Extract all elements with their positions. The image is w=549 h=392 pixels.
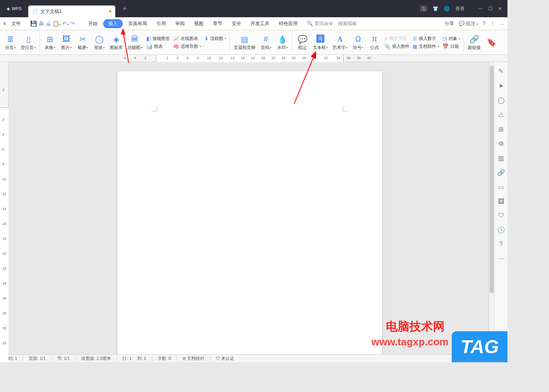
table-button[interactable]: ⊞表格▾	[42, 34, 58, 51]
tab-dev-tools[interactable]: 开发工具	[247, 19, 273, 29]
question-icon[interactable]: ?	[499, 241, 503, 248]
file-menu[interactable]: 文件	[7, 19, 25, 29]
auth-icon[interactable]: 🛡 未认证	[216, 356, 234, 361]
ruler-vertical[interactable]: 2 2 4 6 8 10 12 14 16 18 20 22 24 26 28 …	[0, 62, 9, 354]
margin-marker-tl	[151, 106, 157, 111]
cursor-icon[interactable]: ➤	[498, 82, 504, 89]
status-words[interactable]: 字数: 0	[158, 356, 171, 361]
tab-page-layout[interactable]: 页面布局	[124, 19, 151, 29]
bookmark-button[interactable]: 🔖	[484, 37, 499, 48]
date-button[interactable]: 📅日期	[441, 43, 462, 50]
status-section[interactable]: 节: 1/1	[57, 356, 70, 361]
tab-view[interactable]: 视图	[190, 19, 207, 29]
history-icon[interactable]: 🕓	[497, 226, 505, 234]
grid-icon[interactable]: ⊞	[498, 125, 504, 133]
tab-special[interactable]: 特色应用	[275, 19, 302, 29]
hyperlink-button[interactable]: 🔗超链接	[466, 34, 483, 51]
tab-chapter[interactable]: 章节	[209, 19, 226, 29]
canvas[interactable]	[9, 62, 489, 354]
undo-icon[interactable]: ↶▾	[62, 20, 69, 27]
page-break-button[interactable]: ≣分页▾	[2, 34, 18, 51]
link-icon[interactable]: 🔗	[497, 169, 505, 176]
statusbar: 页码: 1 页面: 1/1 节: 1/1 设置值: 2.5厘米 行: 1 列: …	[0, 354, 507, 362]
search-placeholder[interactable]: 查找命令、搜索模板	[314, 20, 357, 27]
object-button[interactable]: ◳对象▾	[441, 35, 462, 42]
more-dots-icon[interactable]: ⋯	[498, 255, 504, 262]
equation-button[interactable]: π公式	[367, 34, 382, 51]
new-tab-button[interactable]: +	[119, 3, 130, 14]
user-name[interactable]: 香香	[455, 5, 465, 12]
search-icon[interactable]: 🔍	[307, 21, 313, 26]
blank-page-button[interactable]: ▯空白页▾	[19, 34, 38, 51]
comment-button[interactable]: 💬批注	[294, 34, 310, 51]
share-button[interactable]: 分享	[445, 20, 454, 27]
chart-button[interactable]: 📊图表	[145, 43, 171, 50]
online-chart-button[interactable]: 📈在线图表	[172, 35, 202, 42]
redo-icon[interactable]: ↷	[70, 20, 75, 27]
doc-icon: 📄	[32, 9, 38, 14]
ruler-horizontal[interactable]: 6 4 2 2 4 6 8 10 12 14 16 18 20 22 24 26…	[0, 55, 507, 62]
function-chart-button[interactable]: 🏛功能图▾	[125, 34, 144, 51]
layers-icon[interactable]: ▥	[498, 154, 504, 162]
print-icon[interactable]: 🖨	[45, 20, 51, 27]
close-icon[interactable]: ✕	[498, 6, 502, 11]
word-art-button[interactable]: 𝐀艺术字▾	[331, 34, 349, 51]
proof-icon[interactable]: ⊘ 文档校对	[182, 356, 204, 361]
notif-badge[interactable]: 1	[420, 5, 427, 12]
skin-icon[interactable]: 👕	[433, 6, 438, 11]
paste-icon[interactable]: 📋▾	[53, 20, 61, 27]
save-icon[interactable]: 💾	[30, 20, 37, 27]
picture-button[interactable]: 🖼图片▾	[58, 34, 74, 51]
scrollbar-thumb[interactable]	[490, 66, 494, 293]
tab-security[interactable]: 安全	[228, 19, 245, 29]
header-footer-button[interactable]: ▤页眉和页脚	[232, 34, 257, 51]
watermark-title: 电脑技术网	[386, 319, 445, 335]
scrollbar-vertical[interactable]	[489, 62, 494, 354]
warning-icon[interactable]: ⚠	[498, 111, 504, 118]
card-icon[interactable]: ▭	[498, 183, 504, 191]
margin-marker-tr	[343, 106, 348, 111]
document-tab[interactable]: 📄 文字文稿1	[28, 5, 115, 17]
flow-chart-button[interactable]: ⬇流程图▾	[203, 35, 227, 42]
minimize-icon[interactable]: —	[478, 6, 483, 11]
symbol-button[interactable]: Ω符号▾	[350, 34, 366, 51]
shield-icon[interactable]: 🛡	[498, 212, 504, 219]
icon-lib-button[interactable]: ◈图标库	[108, 34, 125, 51]
mind-map-button[interactable]: 🧠思维导图▾	[172, 43, 202, 50]
insert-attach-button[interactable]: 📎插入附件	[383, 43, 411, 50]
insert-number-button[interactable]: ①插入数字	[411, 35, 440, 42]
status-page[interactable]: 页面: 1/1	[29, 356, 45, 361]
status-row[interactable]: 行: 1	[122, 356, 131, 361]
screenshot-button[interactable]: ✂截屏▾	[75, 34, 91, 51]
globe-icon[interactable]: 🌐	[444, 6, 450, 11]
page-number-button[interactable]: #页码▾	[258, 34, 274, 51]
image-icon[interactable]: 🖼	[498, 198, 504, 205]
tab-start[interactable]: 开始	[84, 19, 102, 29]
more-icon[interactable]: ⋮	[490, 21, 495, 26]
help-icon[interactable]: ?	[483, 21, 485, 26]
side-panel: ✎ ➤ ◯ ⚠ ⊞ ⚙ ▥ 🔗 ▭ 🖼 🛡 🕓 ? ⋯	[494, 62, 507, 354]
watermark-button[interactable]: 💧水印▾	[274, 34, 290, 51]
status-set-value[interactable]: 设置值: 2.5厘米	[81, 356, 111, 361]
smart-art-button[interactable]: ◧智能图形	[145, 35, 171, 42]
wps-home-tab[interactable]: ◈ WPS	[0, 0, 28, 17]
maximize-icon[interactable]: ☐	[488, 6, 493, 11]
collapse-ribbon-icon[interactable]: ︿	[500, 20, 504, 27]
shapes-button[interactable]: ◯形状▾	[91, 34, 107, 51]
document-page[interactable]	[118, 71, 382, 354]
modified-indicator-icon	[109, 10, 111, 13]
app-name: WPS	[12, 6, 22, 11]
hamburger-icon[interactable]: ≡	[3, 21, 6, 26]
status-col[interactable]: 列: 1	[137, 356, 146, 361]
tab-reference[interactable]: 引用	[153, 19, 170, 29]
tab-review[interactable]: 审阅	[171, 19, 189, 29]
settings-icon[interactable]: ⚙	[498, 140, 504, 147]
print-preview-icon[interactable]: 🖶	[38, 20, 44, 27]
lasso-icon[interactable]: ◯	[498, 96, 505, 104]
comment-toggle[interactable]: 💬 批注 ▾	[459, 20, 478, 27]
text-box-button[interactable]: 🅰文本框▾	[311, 34, 330, 51]
doc-title: 文字文稿1	[40, 8, 62, 15]
pen-icon[interactable]: ✎	[498, 67, 504, 75]
tab-insert[interactable]: 插入	[103, 19, 123, 28]
doc-parts-button[interactable]: ▦文档部件▾	[411, 43, 440, 50]
